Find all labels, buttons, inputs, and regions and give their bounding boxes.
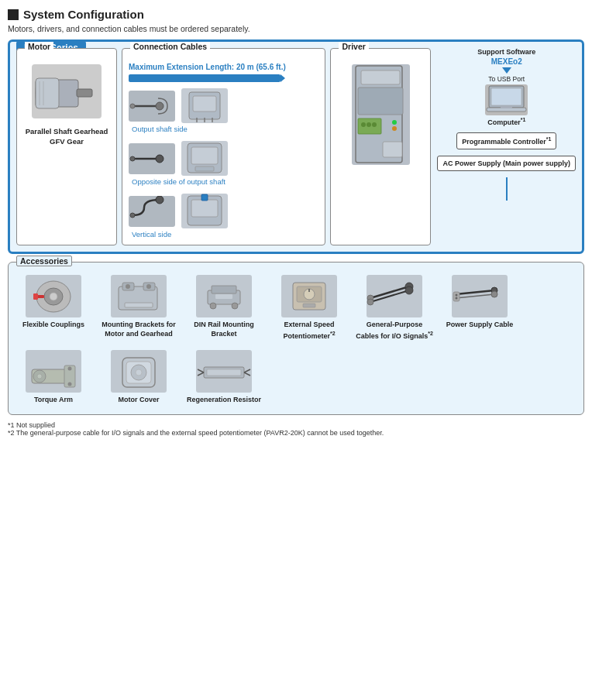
gp-cables-caption: General-Purpose Cables for I/O Signals*2 [356,321,433,341]
svg-rect-36 [491,88,521,105]
acc-mounting-brackets: Mounting Brackets for Motor and Gearhead [100,275,177,338]
motor-caption: Parallel Shaft Gearhead GFV Gear [26,126,108,147]
din-rail-img [196,275,252,317]
svg-rect-70 [453,292,459,301]
svg-point-8 [130,104,135,108]
svg-point-29 [361,122,366,127]
flexible-couplings-img [26,275,81,317]
svg-point-7 [156,102,163,110]
support-software-name: MEXEo2 [491,57,522,66]
svg-point-33 [392,126,397,131]
torque-arm-img [26,350,81,393]
power-cable-caption: Power Supply Cable [446,321,514,330]
svg-line-85 [198,369,204,372]
regen-resistor-img [196,350,252,393]
svg-rect-23 [191,200,218,217]
svg-rect-54 [215,294,232,299]
cable-row-1 [129,88,318,123]
acc-power-cable: Power Supply Cable [441,275,518,330]
motor-cover-img [111,350,167,393]
connector-img-3 [181,194,228,228]
driver-section: Driver [330,48,431,245]
cable-img-1 [129,91,175,122]
svg-point-53 [232,303,238,309]
svg-line-88 [244,372,250,376]
ble2-box: BLE2 Series Motor [8,39,584,254]
cables-section: Connection Cables Maximum Extension Leng… [122,48,325,245]
svg-point-47 [126,284,130,289]
acc-gp-cables: General-Purpose Cables for I/O Signals*2 [356,275,433,341]
footnote-1: *1 Not supplied [8,421,584,429]
acc-ext-speed: External Speed Potentiometer*2 [270,275,348,341]
ext-speed-caption: External Speed Potentiometer*2 [270,321,348,341]
ext-bar [129,74,281,82]
svg-point-15 [156,155,163,163]
motor-section: Motor [16,48,117,245]
svg-rect-59 [303,304,315,307]
power-cable-img [452,275,508,317]
svg-rect-10 [193,96,216,112]
cable-img-2 [129,143,175,174]
accessories-row-1: Flexible Couplings Mounting Brackets for… [15,275,577,341]
connector-img-1 [181,88,228,123]
computer-label: Computer*1 [487,117,525,126]
acc-regen-resistor: Regeneration Resistor [185,350,263,405]
svg-point-21 [130,213,135,218]
support-software-block: Support Software MEXEo2 To USB Port Co [477,48,535,126]
vertical-line [506,177,508,201]
svg-line-87 [244,369,250,372]
regen-resistor-caption: Regeneration Resistor [187,396,261,405]
page-subtitle: Motors, drivers, and connection cables m… [8,24,584,33]
gp-cables-img [367,275,422,317]
cable-caption-3: Vertical side [132,230,318,238]
acc-flexible-couplings: Flexible Couplings [15,275,92,330]
svg-rect-3 [36,78,59,108]
svg-rect-19 [195,166,214,171]
ac-power-box: AC Power Supply (Main power supply) [437,156,576,171]
driver-section-label: Driver [339,42,368,51]
acc-torque-arm: Torque Arm [15,350,92,405]
svg-point-32 [392,120,397,125]
svg-rect-43 [33,293,38,300]
page-title: System Configuration [8,8,584,21]
svg-point-77 [68,367,72,371]
svg-line-67 [456,294,494,298]
accessories-row-2: Torque Arm Motor Cover [15,350,577,405]
svg-point-82 [136,369,142,376]
footnotes: *1 Not supplied *2 The general-purpose c… [8,421,584,437]
support-software-label: Support Software [477,48,535,56]
connector-img-2 [181,141,228,176]
svg-point-31 [372,122,377,127]
svg-line-86 [198,372,204,376]
svg-point-69 [491,291,497,297]
svg-line-66 [456,290,494,294]
svg-rect-18 [191,147,218,164]
programmable-controller-box: Programmable Controller*1 [456,132,556,149]
ext-speed-img [281,275,337,317]
acc-din-rail: DIN Rail Mounting Bracket [185,275,263,338]
svg-rect-38 [501,106,512,108]
svg-point-78 [68,383,72,386]
footnote-2: *2 The general-purpose cable for I/O sig… [8,429,584,437]
svg-point-48 [146,284,151,289]
cable-row-2 [129,141,318,176]
svg-point-20 [156,196,163,204]
svg-rect-24 [201,194,208,201]
svg-point-72 [456,297,458,300]
mounting-brackets-img [111,275,167,317]
accessories-label: Accessories [16,256,72,266]
svg-rect-1 [77,89,92,97]
cable-img-3 [129,196,175,227]
title-text: System Configuration [23,8,144,21]
accessories-box: Accessories Flexible Couplings [8,262,584,415]
cable-row-3 [129,194,318,228]
cable-caption-1: Output shaft side [132,125,318,133]
svg-point-16 [130,156,135,161]
svg-point-30 [367,122,371,127]
flexible-couplings-caption: Flexible Couplings [22,321,84,330]
torque-arm-caption: Torque Arm [34,396,73,405]
svg-point-63 [405,287,413,294]
svg-point-41 [50,293,57,300]
svg-rect-84 [207,369,241,376]
svg-rect-49 [125,303,153,307]
